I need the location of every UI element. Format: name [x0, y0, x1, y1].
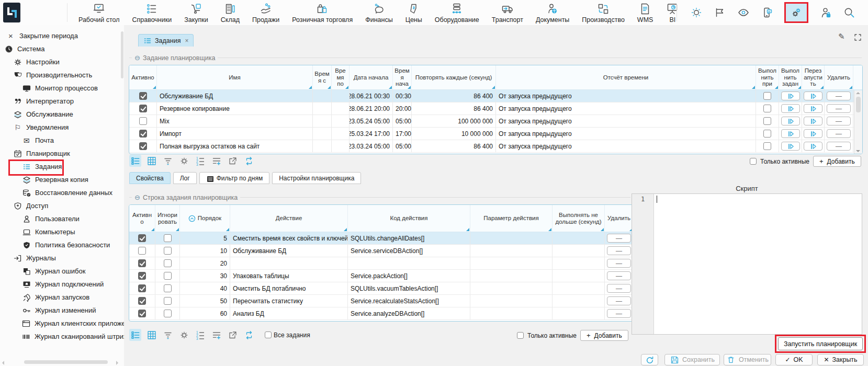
scheduler-task-row[interactable]: Импорт25.03.24 17:0017:0010 000 000От за…	[129, 128, 862, 140]
add-task-button[interactable]: +Добавить	[813, 156, 861, 167]
play-button[interactable]	[804, 129, 822, 138]
cell[interactable]	[332, 102, 350, 115]
cell[interactable]: Service.packAction[]	[348, 270, 470, 282]
checkbox-checked[interactable]	[138, 272, 146, 280]
sidebar-item-maintenance-layers[interactable]: Обслуживание	[0, 108, 120, 121]
export-icon[interactable]	[227, 329, 239, 341]
cell[interactable]	[470, 270, 553, 282]
scrollbar-thumb[interactable]	[856, 97, 861, 112]
sidebar-vertical-scrollbar[interactable]	[121, 31, 123, 78]
column-header-10[interactable]: Выполнить задан	[779, 65, 802, 89]
cell[interactable]	[313, 102, 332, 115]
cell-checkbox[interactable]	[756, 128, 779, 140]
play-button[interactable]	[781, 104, 800, 113]
cell[interactable]	[332, 140, 350, 152]
cell[interactable]: 28.06.21 20:00	[350, 102, 393, 115]
cell[interactable]	[348, 257, 470, 269]
list-view-icon[interactable]	[129, 329, 141, 341]
tab-настройки-планировщика[interactable]: Настройки планировщика	[272, 172, 361, 184]
checkbox-unchecked[interactable]	[763, 117, 771, 125]
cell[interactable]: 86 400	[412, 90, 496, 102]
tab-фильтр-по-дням[interactable]: Фильтр по дням	[199, 172, 270, 184]
delete-row-button[interactable]: —	[607, 296, 631, 305]
search-icon[interactable]	[843, 6, 855, 19]
tab-tasks[interactable]: Задания ×	[138, 34, 194, 47]
nav-item-production-cycle[interactable]: Производство	[576, 2, 631, 24]
cell[interactable]	[332, 90, 350, 102]
column-header-7[interactable]: Выполнять не дольше (секунд)	[553, 205, 605, 232]
script-code-area[interactable]	[654, 194, 862, 334]
sidebar-item-client-apps-journal[interactable]: Журнал клиентских приложений	[0, 317, 120, 330]
cell-checkbox[interactable]	[756, 115, 779, 127]
cell[interactable]: Обслуживание БД	[230, 245, 348, 257]
play-button[interactable]	[781, 129, 800, 138]
save-button[interactable]: Сохранить	[664, 354, 720, 365]
cell-checkbox[interactable]	[129, 102, 157, 115]
cell[interactable]	[553, 245, 605, 257]
task-row[interactable]: 10Обслуживание БДService.serviceDBAction…	[129, 245, 635, 257]
cell-checkbox[interactable]	[155, 282, 180, 294]
app-logo-icon[interactable]	[3, 3, 20, 22]
sidebar-item-close[interactable]: ×Закрытие периода	[0, 29, 120, 42]
checkbox-checked[interactable]	[138, 297, 146, 305]
cell[interactable]: 60	[180, 307, 230, 319]
task-row[interactable]: 5Сместить время всех свойств и ключейSQL…	[129, 232, 635, 245]
nav-item-price-tag[interactable]: Цены	[399, 2, 429, 24]
add-row-icon[interactable]	[210, 155, 222, 167]
checkbox-checked[interactable]	[139, 92, 147, 100]
play-button[interactable]	[781, 117, 800, 125]
cell[interactable]	[332, 128, 350, 140]
play-button[interactable]	[804, 142, 822, 151]
checkbox-unchecked[interactable]	[138, 247, 146, 255]
checkbox-unchecked[interactable]	[139, 117, 147, 125]
cell[interactable]: 86 400	[412, 140, 496, 152]
cell[interactable]: Mix	[157, 115, 313, 127]
nav-item-desktop[interactable]: Рабочий стол	[72, 2, 126, 24]
cell-checkbox[interactable]	[129, 307, 155, 319]
cell[interactable]: 20:00	[393, 102, 412, 115]
cell-checkbox[interactable]	[129, 245, 155, 257]
checkbox-checked[interactable]	[139, 130, 147, 138]
cell[interactable]: 10 000 000	[412, 128, 496, 140]
cell[interactable]: 50	[180, 295, 230, 307]
delete-row-button[interactable]: —	[607, 246, 631, 255]
checkbox-unchecked[interactable]	[164, 247, 172, 255]
numbered-list-icon[interactable]: 123	[194, 155, 206, 167]
numbered-list-icon[interactable]: 123	[194, 329, 206, 341]
play-button[interactable]	[781, 142, 800, 151]
cell[interactable]: Service.analyzeDBAction[]	[348, 307, 470, 319]
cell[interactable]: 05:00	[393, 115, 412, 127]
column-header-1[interactable]: Активно	[129, 65, 157, 89]
delete-row-button[interactable]: —	[607, 309, 631, 318]
all-tasks-checkbox[interactable]	[265, 331, 272, 338]
cell-checkbox[interactable]	[155, 270, 180, 282]
task-row[interactable]: 20—	[129, 257, 635, 270]
cell[interactable]: От запуска предыдущего	[496, 90, 756, 102]
cell[interactable]: 17:00	[393, 128, 412, 140]
sidebar-horizontal-scrollbar[interactable]	[4, 360, 116, 364]
scheduler-task-row[interactable]: Обслуживание БД28.06.21 00:3000:3086 400…	[129, 90, 862, 102]
checkbox-unchecked[interactable]	[164, 259, 172, 267]
cell[interactable]: Резервное копирование	[157, 102, 313, 115]
nav-item-retail-bags[interactable]: Розничная торговля	[286, 2, 359, 24]
sidebar-item-system[interactable]: Система	[0, 42, 120, 55]
cell[interactable]: SQLUtils.changeAllDates[]	[348, 232, 470, 244]
cell-checkbox[interactable]	[155, 245, 180, 257]
play-button[interactable]	[781, 92, 800, 100]
run-scheduler-button[interactable]: Запустить планировщик	[778, 337, 863, 350]
cell[interactable]: 28.06.21 00:30	[350, 90, 393, 102]
sidebar-item-journals[interactable]: Журналы	[0, 251, 120, 265]
checkbox-checked[interactable]	[138, 284, 146, 292]
announcement-flag-icon[interactable]	[714, 6, 726, 19]
cell-checkbox[interactable]	[756, 90, 779, 102]
delete-row-button[interactable]: —	[827, 129, 851, 138]
view-eye-icon[interactable]	[737, 6, 750, 19]
checkbox-unchecked[interactable]	[164, 297, 172, 305]
only-active-checkbox[interactable]	[750, 158, 757, 165]
column-header-4[interactable]: Действие	[230, 205, 348, 232]
tab-close-icon[interactable]: ×	[185, 37, 188, 44]
cell[interactable]: От запуска предыдущего	[496, 140, 756, 152]
cell-checkbox[interactable]	[129, 282, 155, 294]
script-editor[interactable]: 1	[632, 193, 862, 335]
scroll-left-arrow-icon[interactable]	[0, 361, 4, 365]
